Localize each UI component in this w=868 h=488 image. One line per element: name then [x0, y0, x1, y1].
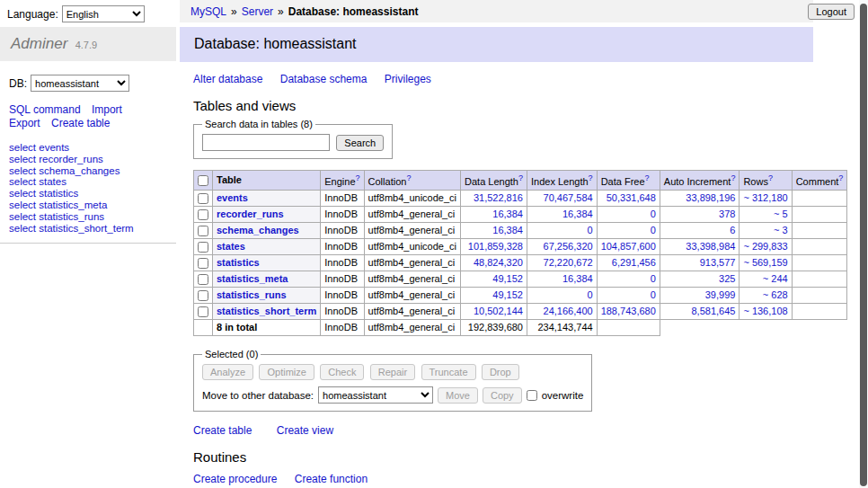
- row-checkbox[interactable]: [198, 226, 208, 236]
- truncate-button[interactable]: Truncate: [421, 364, 476, 380]
- analyze-button[interactable]: Analyze: [202, 364, 253, 380]
- rows-count-link[interactable]: ~ 136,108: [743, 306, 787, 316]
- data-free-link[interactable]: 188,743,680: [601, 306, 656, 316]
- select-all-checkbox[interactable]: [198, 175, 208, 186]
- data-length-link[interactable]: 101,859,328: [468, 241, 523, 252]
- index-length-link[interactable]: 70,467,584: [544, 192, 593, 203]
- help-icon[interactable]: ?: [406, 173, 411, 182]
- table-name-link[interactable]: statistics_short_term: [217, 306, 316, 316]
- search-button[interactable]: Search: [336, 135, 384, 151]
- rows-count-link[interactable]: ~ 3: [774, 225, 788, 235]
- help-icon[interactable]: ?: [645, 173, 650, 182]
- auto-increment-link[interactable]: 8,581,645: [691, 306, 735, 316]
- overwrite-checkbox[interactable]: [527, 390, 537, 401]
- privileges-link[interactable]: Privileges: [385, 73, 431, 85]
- row-checkbox[interactable]: [198, 242, 208, 253]
- db-select[interactable]: homeassistant: [31, 75, 129, 92]
- optimize-button[interactable]: Optimize: [259, 364, 314, 380]
- table-name-link[interactable]: statistics_runs: [217, 289, 287, 300]
- rows-count-link[interactable]: ~ 628: [763, 289, 788, 300]
- sidebar-link-select-statistics[interactable]: select statistics: [9, 188, 176, 200]
- sidebar-link-select-statistics-short-term[interactable]: select statistics_short_term: [9, 223, 176, 235]
- data-length-link[interactable]: 16,384: [492, 225, 523, 235]
- rows-count-link[interactable]: ~ 569,159: [743, 257, 787, 268]
- data-free-link[interactable]: 0: [651, 289, 656, 300]
- sidebar-link-create-table[interactable]: Create table: [51, 117, 110, 129]
- auto-increment-link[interactable]: 39,999: [705, 289, 736, 300]
- create-procedure-link[interactable]: Create procedure: [193, 473, 277, 485]
- help-icon[interactable]: ?: [518, 173, 523, 182]
- row-checkbox[interactable]: [198, 274, 208, 285]
- auto-increment-link[interactable]: 33,398,984: [686, 241, 735, 252]
- table-name-link[interactable]: statistics_meta: [217, 273, 288, 284]
- index-length-link[interactable]: 67,256,320: [544, 241, 593, 252]
- create-view-link[interactable]: Create view: [277, 424, 333, 437]
- index-length-link[interactable]: 16,384: [562, 273, 593, 284]
- data-free-link[interactable]: 0: [651, 273, 656, 284]
- auto-increment-link[interactable]: 325: [719, 273, 735, 284]
- sidebar-link-select-schema-changes[interactable]: select schema_changes: [9, 165, 176, 177]
- alter-database-link[interactable]: Alter database: [193, 73, 262, 85]
- logout-button[interactable]: Logout: [808, 4, 855, 20]
- sidebar-link-sql-command[interactable]: SQL command: [9, 103, 81, 116]
- language-select[interactable]: English: [62, 5, 145, 22]
- breadcrumb-mysql-link[interactable]: MySQL: [190, 5, 226, 18]
- help-icon[interactable]: ?: [731, 173, 735, 182]
- data-free-link[interactable]: 104,857,600: [601, 241, 656, 252]
- table-name-link[interactable]: events: [217, 192, 248, 203]
- data-length-link[interactable]: 49,152: [492, 273, 523, 284]
- database-schema-link[interactable]: Database schema: [280, 73, 368, 85]
- data-length-link[interactable]: 48,824,320: [474, 257, 523, 268]
- auto-increment-link[interactable]: 378: [719, 209, 735, 219]
- table-name-link[interactable]: schema_changes: [217, 225, 299, 235]
- help-icon[interactable]: ?: [838, 173, 843, 182]
- sidebar-link-select-statistics-runs[interactable]: select statistics_runs: [9, 211, 176, 223]
- row-checkbox[interactable]: [198, 209, 208, 220]
- search-input[interactable]: [202, 134, 330, 151]
- help-icon[interactable]: ?: [356, 173, 360, 182]
- rows-count-link[interactable]: ~ 312,180: [743, 192, 787, 203]
- data-length-link[interactable]: 16,384: [492, 209, 523, 219]
- vertical-scrollbar[interactable]: [859, 0, 868, 488]
- row-checkbox[interactable]: [198, 306, 208, 317]
- table-name-link[interactable]: statistics: [217, 257, 260, 268]
- check-button[interactable]: Check: [320, 364, 364, 380]
- table-name-link[interactable]: recorder_runs: [217, 209, 284, 219]
- data-length-link[interactable]: 31,522,816: [474, 192, 523, 203]
- row-checkbox[interactable]: [198, 193, 208, 204]
- index-length-link[interactable]: 24,166,400: [544, 306, 593, 316]
- rows-count-link[interactable]: ~ 5: [774, 209, 788, 219]
- data-free-link[interactable]: 50,331,648: [607, 192, 656, 203]
- sidebar-link-select-statistics-meta[interactable]: select statistics_meta: [9, 200, 176, 211]
- rows-count-link[interactable]: ~ 244: [763, 273, 788, 284]
- move-button[interactable]: Move: [438, 387, 478, 404]
- sidebar-link-select-states[interactable]: select states: [9, 176, 176, 188]
- sidebar-link-import[interactable]: Import: [92, 103, 122, 116]
- sidebar-link-export[interactable]: Export: [9, 117, 40, 129]
- index-length-link[interactable]: 0: [588, 289, 593, 300]
- auto-increment-link[interactable]: 6: [730, 225, 735, 235]
- row-checkbox[interactable]: [198, 290, 208, 301]
- scrollbar-thumb[interactable]: [860, 4, 867, 486]
- create-function-link[interactable]: Create function: [295, 473, 368, 485]
- index-length-link[interactable]: 16,384: [562, 209, 593, 219]
- auto-increment-link[interactable]: 913,577: [700, 257, 736, 268]
- help-icon[interactable]: ?: [768, 173, 773, 182]
- auto-increment-link[interactable]: 33,898,196: [686, 192, 735, 203]
- data-length-link[interactable]: 10,502,144: [474, 306, 523, 316]
- table-name-link[interactable]: states: [217, 241, 245, 252]
- data-free-link[interactable]: 0: [651, 225, 656, 235]
- row-checkbox[interactable]: [198, 258, 208, 269]
- move-database-select[interactable]: homeassistant: [318, 386, 433, 404]
- copy-button[interactable]: Copy: [483, 387, 522, 404]
- breadcrumb-server-link[interactable]: Server: [242, 5, 273, 18]
- data-free-link[interactable]: 0: [651, 209, 656, 219]
- rows-count-link[interactable]: ~ 299,833: [743, 241, 787, 252]
- drop-button[interactable]: Drop: [482, 364, 519, 380]
- help-icon[interactable]: ?: [589, 173, 593, 182]
- sidebar-link-select-recorder-runs[interactable]: select recorder_runs: [9, 154, 176, 165]
- index-length-link[interactable]: 72,220,672: [544, 257, 593, 268]
- sidebar-link-select-events[interactable]: select events: [9, 142, 176, 154]
- repair-button[interactable]: Repair: [370, 364, 415, 380]
- index-length-link[interactable]: 0: [588, 225, 593, 235]
